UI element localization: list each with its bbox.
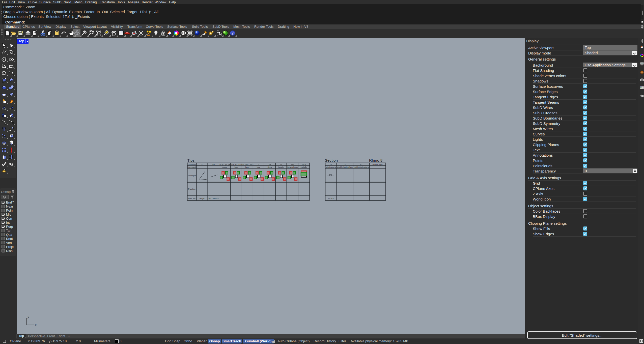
svg-text:isolate: isolate [278,166,284,168]
svg-text:Section: Section [325,158,338,162]
svg-text:Shortcuts: Shortcuts [188,163,196,165]
svg-text:ma, ma2, ma3: ma, ma2, ma3 [241,163,253,165]
svg-text:x: x [35,323,37,327]
svg-text:c2: c2 [344,163,346,165]
svg-text:m2d: m2d [302,163,305,165]
svg-text:Example: Example [188,175,196,177]
svg-text:enableclippingplane: enableclippingplane [354,166,369,168]
svg-text:?: ? [232,31,234,35]
svg-text:tab: tab [212,163,215,165]
svg-text:make2d: make2d [301,166,307,168]
svg-text:h: h [258,163,259,165]
svg-text:Tips: Tips [187,158,195,162]
svg-text:angle: angle [200,197,205,199]
svg-text:clippingplane: clippingplane [326,166,336,168]
svg-text:disableclippingplane: disableclippingplane [337,166,353,168]
svg-text:sws: sws [291,163,294,165]
svg-text:g, g2, g3, g4: g, g2, g3, g4 [219,163,230,165]
svg-text:Commands: Commands [187,166,197,168]
svg-text:<: < [202,163,203,165]
svg-text:c3: c3 [360,163,362,165]
svg-text:Lock Direction: Lock Direction [208,197,219,199]
svg-text:lock: lock [235,166,238,168]
svg-text:lo1, lo2, lo3: lo1, lo2, lo3 [231,163,241,165]
svg-text:hide: hide [257,166,260,168]
svg-text:More Info: More Info [188,197,196,199]
svg-text:section: section [328,197,334,199]
svg-text:c1: c1 [330,163,332,165]
svg-text:Practice: Practice [188,188,195,190]
svg-text:Rhino 8: Rhino 8 [369,158,382,162]
svg-text:sw: sw [269,163,271,165]
svg-text:section style: section style [372,163,383,165]
svg-text:show selected: show selected [287,166,298,168]
svg-text:show: show [268,166,272,168]
svg-text:y: y [27,315,30,319]
svg-text:ss: ss [280,163,282,165]
svg-text:group: group [222,166,227,168]
svg-text:layer: layer [245,166,250,168]
